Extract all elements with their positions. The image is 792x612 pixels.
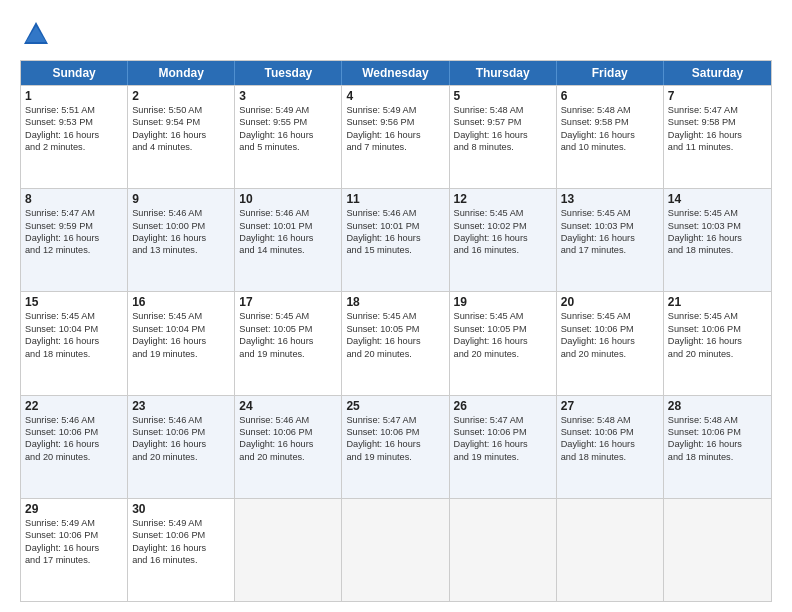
cell-line: Sunset: 10:01 PM <box>346 220 444 232</box>
cell-line: Sunset: 10:06 PM <box>132 529 230 541</box>
cell-line: Sunrise: 5:47 AM <box>454 414 552 426</box>
cell-line: Sunrise: 5:45 AM <box>25 310 123 322</box>
cell-line: Daylight: 16 hours <box>561 129 659 141</box>
calendar-cell: 4Sunrise: 5:49 AMSunset: 9:56 PMDaylight… <box>342 86 449 188</box>
day-number: 2 <box>132 89 230 103</box>
cell-line: Sunrise: 5:46 AM <box>25 414 123 426</box>
cell-line: Daylight: 16 hours <box>454 438 552 450</box>
header <box>20 18 772 50</box>
cell-line: Daylight: 16 hours <box>668 438 767 450</box>
cell-line: Sunrise: 5:49 AM <box>346 104 444 116</box>
header-day-monday: Monday <box>128 61 235 85</box>
cell-line: Sunset: 9:59 PM <box>25 220 123 232</box>
cell-line: and 8 minutes. <box>454 141 552 153</box>
cell-line: Sunset: 10:05 PM <box>454 323 552 335</box>
calendar-cell <box>235 499 342 601</box>
cell-line: and 20 minutes. <box>25 451 123 463</box>
cell-line: Sunrise: 5:45 AM <box>668 310 767 322</box>
cell-line: Sunset: 9:58 PM <box>668 116 767 128</box>
cell-line: Daylight: 16 hours <box>239 129 337 141</box>
cell-line: and 19 minutes. <box>454 451 552 463</box>
calendar-cell <box>342 499 449 601</box>
calendar-body: 1Sunrise: 5:51 AMSunset: 9:53 PMDaylight… <box>21 85 771 601</box>
cell-line: Daylight: 16 hours <box>346 129 444 141</box>
header-day-wednesday: Wednesday <box>342 61 449 85</box>
cell-line: Daylight: 16 hours <box>668 129 767 141</box>
calendar-cell: 20Sunrise: 5:45 AMSunset: 10:06 PMDaylig… <box>557 292 664 394</box>
calendar-cell: 1Sunrise: 5:51 AMSunset: 9:53 PMDaylight… <box>21 86 128 188</box>
cell-line: Daylight: 16 hours <box>561 438 659 450</box>
cell-line: Daylight: 16 hours <box>239 232 337 244</box>
calendar-cell: 11Sunrise: 5:46 AMSunset: 10:01 PMDaylig… <box>342 189 449 291</box>
calendar-cell: 16Sunrise: 5:45 AMSunset: 10:04 PMDaylig… <box>128 292 235 394</box>
day-number: 16 <box>132 295 230 309</box>
header-day-saturday: Saturday <box>664 61 771 85</box>
calendar-row-3: 22Sunrise: 5:46 AMSunset: 10:06 PMDaylig… <box>21 395 771 498</box>
day-number: 22 <box>25 399 123 413</box>
cell-line: Sunrise: 5:45 AM <box>454 207 552 219</box>
day-number: 28 <box>668 399 767 413</box>
cell-line: and 10 minutes. <box>561 141 659 153</box>
calendar-row-4: 29Sunrise: 5:49 AMSunset: 10:06 PMDaylig… <box>21 498 771 601</box>
cell-line: Sunset: 10:06 PM <box>668 323 767 335</box>
day-number: 20 <box>561 295 659 309</box>
cell-line: Sunrise: 5:45 AM <box>132 310 230 322</box>
calendar-cell: 10Sunrise: 5:46 AMSunset: 10:01 PMDaylig… <box>235 189 342 291</box>
cell-line: Daylight: 16 hours <box>668 232 767 244</box>
cell-line: and 18 minutes. <box>668 451 767 463</box>
day-number: 5 <box>454 89 552 103</box>
day-number: 11 <box>346 192 444 206</box>
cell-line: Sunrise: 5:45 AM <box>561 310 659 322</box>
cell-line: Sunrise: 5:45 AM <box>239 310 337 322</box>
cell-line: Daylight: 16 hours <box>25 232 123 244</box>
cell-line: Daylight: 16 hours <box>668 335 767 347</box>
cell-line: Sunset: 10:00 PM <box>132 220 230 232</box>
day-number: 25 <box>346 399 444 413</box>
cell-line: Sunset: 9:56 PM <box>346 116 444 128</box>
day-number: 24 <box>239 399 337 413</box>
cell-line: Daylight: 16 hours <box>346 232 444 244</box>
cell-line: Sunrise: 5:47 AM <box>668 104 767 116</box>
cell-line: and 18 minutes. <box>561 451 659 463</box>
calendar-cell: 26Sunrise: 5:47 AMSunset: 10:06 PMDaylig… <box>450 396 557 498</box>
calendar-cell: 8Sunrise: 5:47 AMSunset: 9:59 PMDaylight… <box>21 189 128 291</box>
calendar-cell: 21Sunrise: 5:45 AMSunset: 10:06 PMDaylig… <box>664 292 771 394</box>
cell-line: Daylight: 16 hours <box>132 438 230 450</box>
calendar-cell: 12Sunrise: 5:45 AMSunset: 10:02 PMDaylig… <box>450 189 557 291</box>
day-number: 8 <box>25 192 123 206</box>
cell-line: Sunset: 9:58 PM <box>561 116 659 128</box>
day-number: 14 <box>668 192 767 206</box>
day-number: 30 <box>132 502 230 516</box>
calendar-cell: 13Sunrise: 5:45 AMSunset: 10:03 PMDaylig… <box>557 189 664 291</box>
calendar-cell: 22Sunrise: 5:46 AMSunset: 10:06 PMDaylig… <box>21 396 128 498</box>
calendar-row-0: 1Sunrise: 5:51 AMSunset: 9:53 PMDaylight… <box>21 85 771 188</box>
cell-line: Daylight: 16 hours <box>132 129 230 141</box>
cell-line: and 4 minutes. <box>132 141 230 153</box>
cell-line: and 12 minutes. <box>25 244 123 256</box>
cell-line: Sunset: 10:06 PM <box>346 426 444 438</box>
cell-line: and 5 minutes. <box>239 141 337 153</box>
cell-line: Sunset: 9:55 PM <box>239 116 337 128</box>
calendar-cell: 6Sunrise: 5:48 AMSunset: 9:58 PMDaylight… <box>557 86 664 188</box>
calendar-row-2: 15Sunrise: 5:45 AMSunset: 10:04 PMDaylig… <box>21 291 771 394</box>
calendar-cell: 30Sunrise: 5:49 AMSunset: 10:06 PMDaylig… <box>128 499 235 601</box>
calendar-cell: 3Sunrise: 5:49 AMSunset: 9:55 PMDaylight… <box>235 86 342 188</box>
cell-line: Sunrise: 5:45 AM <box>561 207 659 219</box>
calendar-row-1: 8Sunrise: 5:47 AMSunset: 9:59 PMDaylight… <box>21 188 771 291</box>
day-number: 10 <box>239 192 337 206</box>
cell-line: and 18 minutes. <box>25 348 123 360</box>
calendar-cell: 23Sunrise: 5:46 AMSunset: 10:06 PMDaylig… <box>128 396 235 498</box>
cell-line: Sunset: 10:03 PM <box>668 220 767 232</box>
cell-line: Daylight: 16 hours <box>25 438 123 450</box>
header-day-thursday: Thursday <box>450 61 557 85</box>
header-day-friday: Friday <box>557 61 664 85</box>
day-number: 6 <box>561 89 659 103</box>
header-day-sunday: Sunday <box>21 61 128 85</box>
cell-line: Sunset: 9:54 PM <box>132 116 230 128</box>
cell-line: Sunset: 10:06 PM <box>25 426 123 438</box>
day-number: 15 <box>25 295 123 309</box>
calendar-cell <box>450 499 557 601</box>
calendar-cell: 14Sunrise: 5:45 AMSunset: 10:03 PMDaylig… <box>664 189 771 291</box>
calendar-cell: 5Sunrise: 5:48 AMSunset: 9:57 PMDaylight… <box>450 86 557 188</box>
calendar: SundayMondayTuesdayWednesdayThursdayFrid… <box>20 60 772 602</box>
